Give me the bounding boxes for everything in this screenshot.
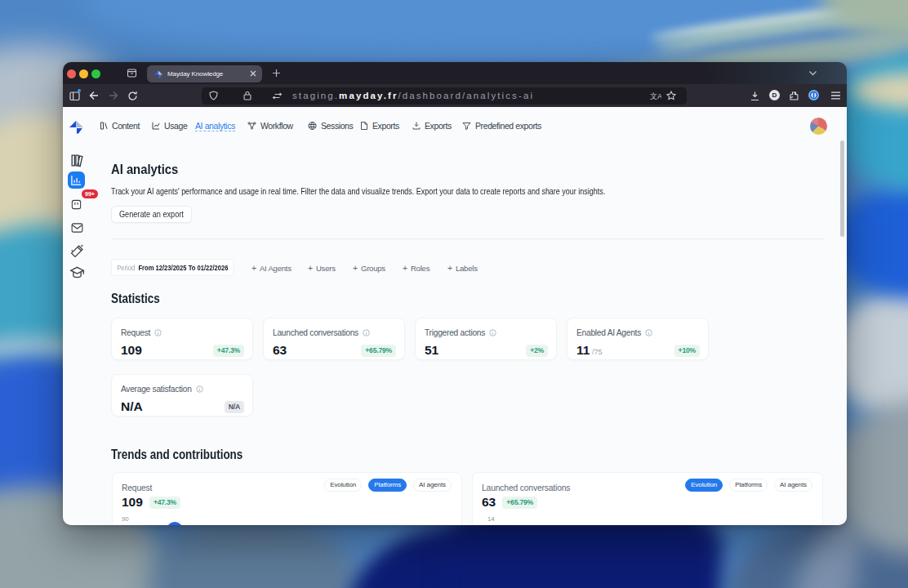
- svg-text:文A: 文A: [650, 92, 661, 100]
